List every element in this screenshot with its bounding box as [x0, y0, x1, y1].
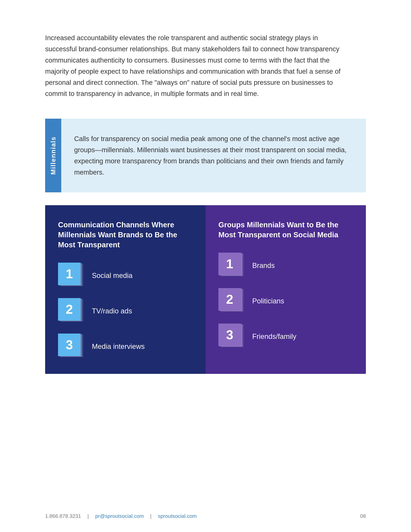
rank-item-right-2: 2 Politicians — [218, 288, 353, 314]
footer-phone: 1.866.878.3231 — [45, 513, 81, 519]
infographic-right: Groups Millennials Want to Be the Most T… — [206, 205, 366, 374]
rank-number: 1 — [66, 267, 73, 280]
rank-number: 2 — [226, 293, 234, 306]
rank-card-front: 1 — [58, 263, 81, 285]
rank-card-front: 3 — [218, 323, 241, 346]
infographic-left-title: Communication Channels Where Millennials… — [58, 220, 193, 250]
footer: 1.866.878.3231 | pr@sproutsocial.com | s… — [45, 513, 366, 519]
millennials-body: Calls for transparency on social media p… — [61, 119, 366, 192]
rank-card-front: 1 — [218, 253, 241, 275]
rank-label-left-3: Media interviews — [92, 342, 145, 351]
rank-card-wrapper-1: 1 — [58, 263, 84, 288]
rank-label-right-3: Friends/family — [252, 332, 296, 341]
footer-website: sproutsocial.com — [158, 513, 197, 519]
rank-card-wrapper-2: 2 — [58, 298, 84, 324]
millennials-sidebar: Millennials — [45, 119, 61, 192]
rank-card-front: 2 — [58, 298, 81, 321]
rank-card-wrapper-r2: 2 — [218, 288, 244, 314]
rank-item-left-1: 1 Social media — [58, 263, 193, 288]
footer-left: 1.866.878.3231 | pr@sproutsocial.com | s… — [45, 513, 197, 519]
millennials-text: Calls for transparency on social media p… — [74, 133, 353, 178]
rank-label-right-1: Brands — [252, 261, 275, 270]
rank-item-left-3: 3 Media interviews — [58, 333, 193, 359]
rank-card-front: 2 — [218, 288, 241, 311]
rank-label-left-1: Social media — [92, 272, 132, 280]
infographic-right-title: Groups Millennials Want to Be the Most T… — [218, 220, 353, 240]
rank-number: 3 — [226, 328, 234, 341]
rank-number: 2 — [66, 303, 73, 316]
rank-label-right-2: Politicians — [252, 297, 284, 305]
footer-divider-1: | — [87, 513, 89, 519]
rank-number: 3 — [66, 338, 73, 351]
footer-page-number: 08 — [360, 513, 366, 519]
rank-item-left-2: 2 TV/radio ads — [58, 298, 193, 324]
millennials-section: Millennials Calls for transparency on so… — [45, 119, 366, 192]
rank-item-right-1: 1 Brands — [218, 253, 353, 278]
rank-card-wrapper-r1: 1 — [218, 253, 244, 278]
rank-number: 1 — [226, 257, 234, 270]
rank-item-right-3: 3 Friends/family — [218, 323, 353, 349]
main-content: Increased accountability elevates the ro… — [45, 32, 366, 374]
footer-email: pr@sproutsocial.com — [95, 513, 144, 519]
rank-card-wrapper-r3: 3 — [218, 323, 244, 349]
millennials-label: Millennials — [50, 136, 57, 175]
rank-label-left-2: TV/radio ads — [92, 307, 132, 315]
infographic: Communication Channels Where Millennials… — [45, 205, 366, 374]
footer-divider-2: | — [150, 513, 151, 519]
rank-card-wrapper-3: 3 — [58, 333, 84, 359]
infographic-left: Communication Channels Where Millennials… — [45, 205, 206, 374]
rank-card-front: 3 — [58, 333, 81, 356]
intro-paragraph: Increased accountability elevates the ro… — [45, 32, 351, 99]
page: Increased accountability elevates the ro… — [0, 0, 411, 532]
